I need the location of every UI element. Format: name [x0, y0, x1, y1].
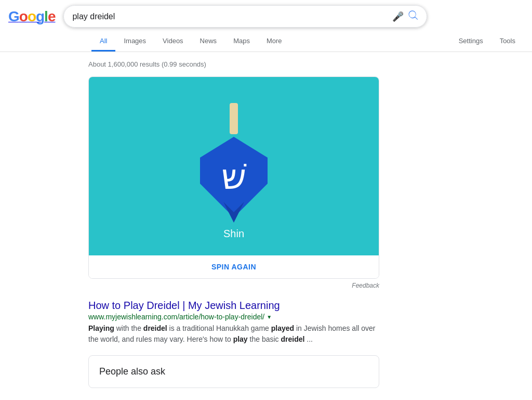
logo-letter-l: l — [44, 8, 48, 24]
logo-letter-e: e — [48, 8, 56, 24]
tab-maps[interactable]: Maps — [225, 32, 258, 51]
svg-rect-0 — [230, 103, 238, 134]
spin-again-bar[interactable]: SPIN AGAIN — [89, 255, 379, 278]
feedback-row: Feedback — [88, 282, 379, 289]
logo-letter-o2: o — [28, 8, 36, 24]
tab-videos[interactable]: Videos — [154, 32, 192, 51]
nav-right: Settings Tools — [450, 32, 524, 51]
main-content: About 1,600,000 results (0.99 seconds) ש… — [0, 52, 468, 396]
result-url-row: www.myjewishlearning.com/article/how-to-… — [88, 313, 379, 321]
microphone-icon[interactable]: 🎤 — [392, 11, 404, 22]
tab-all[interactable]: All — [91, 32, 115, 51]
dreidel-svg: שׁ — [192, 98, 275, 223]
tab-news[interactable]: News — [192, 32, 225, 51]
tab-tools[interactable]: Tools — [491, 32, 524, 51]
result-snippet: Playing with the dreidel is a traditiona… — [88, 323, 379, 345]
dreidel-widget: שׁ Shin SPIN AGAIN — [88, 76, 379, 279]
logo-letter-g2: g — [36, 8, 44, 24]
spin-again-text: SPIN AGAIN — [211, 263, 256, 271]
search-result: How to Play Dreidel | My Jewish Learning… — [88, 300, 379, 345]
result-title[interactable]: How to Play Dreidel | My Jewish Learning — [88, 300, 379, 312]
logo-letter-g: G — [8, 8, 19, 24]
dreidel-display[interactable]: שׁ Shin — [89, 77, 379, 255]
tab-images[interactable]: Images — [115, 32, 154, 51]
dropdown-arrow-icon[interactable]: ▼ — [267, 314, 272, 320]
people-also-ask: People also ask — [88, 355, 379, 388]
google-logo[interactable]: Google — [8, 8, 55, 25]
results-count: About 1,600,000 results (0.99 seconds) — [88, 60, 379, 68]
result-url: www.myjewishlearning.com/article/how-to-… — [88, 313, 264, 321]
logo-letter-o1: o — [19, 8, 28, 24]
dreidel-letter-label: Shin — [223, 228, 244, 240]
tab-more[interactable]: More — [258, 32, 290, 51]
feedback-label[interactable]: Feedback — [352, 282, 379, 289]
tab-settings[interactable]: Settings — [450, 32, 491, 51]
people-also-ask-title: People also ask — [99, 366, 368, 377]
header: Google 🎤 All Images Videos News Maps Mor… — [0, 0, 532, 52]
nav-tabs: All Images Videos News Maps More Setting… — [8, 32, 524, 51]
svg-text:שׁ: שׁ — [221, 157, 247, 197]
search-box: 🎤 — [63, 5, 427, 28]
header-top: Google 🎤 — [8, 5, 524, 28]
search-button[interactable] — [408, 10, 418, 23]
search-input[interactable] — [72, 12, 388, 21]
